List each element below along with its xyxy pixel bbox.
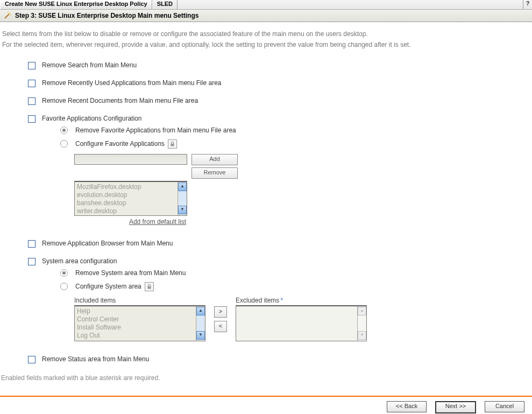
scroll-up-icon[interactable]: ▴: [358, 307, 366, 315]
included-item[interactable]: Help: [77, 307, 203, 315]
included-item[interactable]: Control Center: [77, 315, 203, 324]
scroll-up-icon[interactable]: ▲: [196, 307, 205, 315]
included-item[interactable]: Log Out: [77, 332, 203, 340]
add-from-default-link[interactable]: Add from default list: [129, 218, 186, 226]
fav-item[interactable]: evolution.desktop: [77, 191, 185, 199]
tab-sled[interactable]: SLED: [152, 0, 178, 9]
radio-sys-configure[interactable]: [60, 283, 68, 290]
scrollbar[interactable]: ▴ ▾: [357, 306, 366, 341]
fav-add-button[interactable]: Add: [191, 154, 238, 165]
instruction-line-2: For the selected item, wherever required…: [2, 39, 530, 50]
back-button[interactable]: << Back: [387, 401, 427, 412]
svg-point-1: [9, 13, 11, 15]
step-title: Step 3: SUSE Linux Enterprise Desktop Ma…: [15, 12, 198, 19]
move-right-button[interactable]: >: [214, 306, 227, 318]
fav-item[interactable]: MozillaFirefox.desktop: [77, 183, 185, 191]
checkbox-fav-config[interactable]: [28, 115, 36, 123]
scrollbar[interactable]: ▲ ▼: [178, 182, 187, 215]
included-items-label: Included items: [74, 297, 205, 304]
top-tabs: Create New SUSE Linux Enterprise Desktop…: [0, 0, 532, 10]
scroll-down-icon[interactable]: ▼: [196, 331, 205, 340]
checkbox-sys-config[interactable]: [28, 258, 36, 265]
instruction-line-1: Select items from the list below to disa…: [2, 29, 530, 39]
svg-point-3: [10, 15, 11, 16]
checkbox-remove-search[interactable]: [28, 62, 36, 69]
checkbox-remove-app-browser[interactable]: [28, 240, 36, 248]
fav-list-box[interactable]: MozillaFirefox.desktop evolution.desktop…: [74, 181, 187, 216]
instructions: Select items from the list below to disa…: [0, 22, 532, 53]
scroll-up-icon[interactable]: ▲: [178, 183, 187, 191]
scroll-track[interactable]: [358, 315, 366, 332]
fav-remove-button[interactable]: Remove: [191, 167, 238, 179]
footer-note: Enabled fields marked with a blue asteri…: [0, 374, 532, 392]
scrollbar[interactable]: ▲ ▼: [196, 306, 205, 341]
wand-icon: [3, 11, 12, 20]
checkbox-remove-recent-apps[interactable]: [28, 80, 36, 87]
label-fav-config: Favorite Applications Configuration: [42, 115, 141, 122]
label-remove-recent-docs: Remove Recent Documents from Main menu F…: [42, 97, 198, 104]
label-remove-app-browser: Remove Application Browser from Main Men…: [42, 240, 173, 247]
radio-sys-remove[interactable]: [60, 269, 68, 277]
fav-item[interactable]: writer.desktop: [77, 207, 185, 215]
svg-line-0: [5, 14, 9, 18]
label-sys-config: System area configuration: [42, 257, 117, 265]
radio-fav-configure[interactable]: [60, 140, 68, 148]
label-sys-configure: Configure System area: [75, 283, 141, 290]
included-items-list[interactable]: Help Control Center Install Software Log…: [74, 305, 205, 341]
radio-fav-remove[interactable]: [60, 127, 68, 134]
svg-point-2: [8, 12, 9, 13]
svg-rect-5: [147, 286, 151, 289]
next-button[interactable]: Next >>: [435, 401, 476, 413]
required-asterisk: *: [280, 297, 283, 304]
tab-create-policy[interactable]: Create New SUSE Linux Enterprise Desktop…: [0, 0, 152, 9]
step-bar: Step 3: SUSE Linux Enterprise Desktop Ma…: [0, 10, 532, 22]
label-fav-configure: Configure Favorite Applications: [75, 140, 165, 148]
lock-icon[interactable]: [145, 282, 154, 291]
label-remove-status: Remove Status area from Main Menu: [42, 355, 149, 363]
fav-item[interactable]: banshee.desktop: [77, 199, 185, 207]
bottom-button-bar: << Back Next >> Cancel: [0, 397, 532, 414]
scroll-down-icon[interactable]: ▾: [358, 331, 366, 340]
label-remove-recent-apps: Remove Recently Used Applications from M…: [42, 79, 221, 87]
scroll-track[interactable]: [197, 315, 204, 332]
scroll-down-icon[interactable]: ▼: [178, 206, 187, 214]
checkbox-remove-recent-docs[interactable]: [28, 97, 36, 105]
label-remove-search: Remove Search from Main Menu: [42, 61, 137, 69]
label-sys-remove: Remove System area from Main Menu: [75, 269, 186, 277]
label-fav-remove: Remove Favorite Applications from Main m…: [75, 127, 236, 134]
checkbox-remove-status[interactable]: [28, 356, 36, 363]
included-item[interactable]: Install Software: [77, 324, 203, 332]
scroll-track[interactable]: [179, 191, 186, 206]
lock-icon[interactable]: [168, 139, 177, 149]
move-left-button[interactable]: <: [214, 321, 227, 332]
excluded-items-label: Excluded items*: [236, 297, 367, 304]
option-list: Remove Search from Main Menu Remove Rece…: [0, 53, 532, 374]
excluded-items-list[interactable]: ▴ ▾: [236, 305, 367, 341]
svg-rect-4: [171, 144, 174, 146]
cancel-button[interactable]: Cancel: [485, 401, 524, 412]
help-button[interactable]: ?: [523, 0, 532, 9]
fav-text-input[interactable]: [74, 154, 187, 165]
